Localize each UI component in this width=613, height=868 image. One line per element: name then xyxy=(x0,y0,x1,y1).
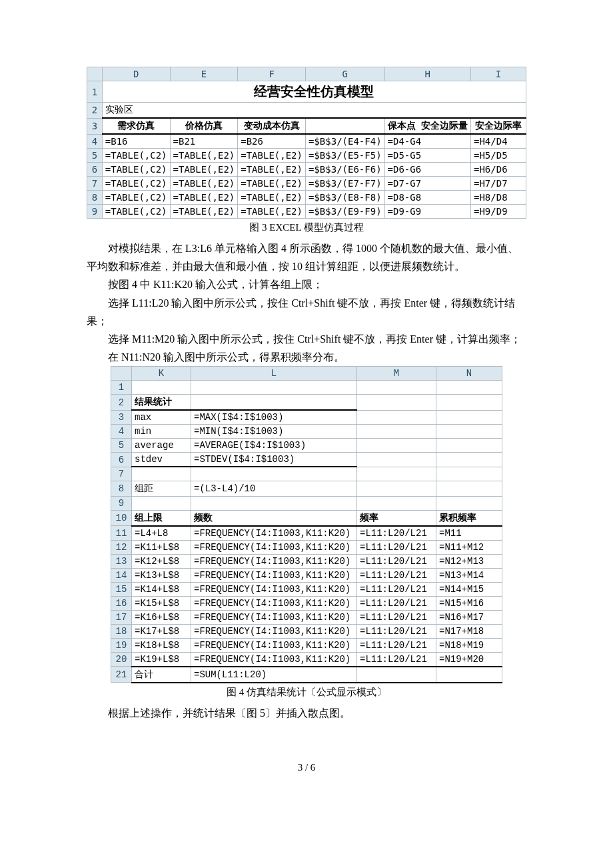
para-after: 根据上述操作，并统计结果〔图 5〕并插入散点图。 xyxy=(87,704,526,722)
cell xyxy=(436,667,502,683)
cell: =$B$3/(E8-F8) xyxy=(305,191,384,205)
fig3-section: 实验区 xyxy=(102,103,526,119)
cell: =N17+M18 xyxy=(436,624,502,638)
cell: =TABLE(,E2) xyxy=(238,163,306,177)
cell: =$B$3/(E9-F9) xyxy=(305,205,384,219)
cell xyxy=(191,381,357,395)
cell: =L11:L20/L21 xyxy=(357,554,436,568)
cell xyxy=(436,410,502,425)
cell xyxy=(357,439,436,453)
cell: =FREQUENCY(I4:I1003,K11:K20) xyxy=(191,526,357,541)
col-H: H xyxy=(384,67,470,81)
cell: =TABLE(,E2) xyxy=(170,177,238,191)
page: D E F G H I 1 经营安全性仿真模型 2 实验区 3 需求仿真 价格仿… xyxy=(0,0,613,813)
col-F: F xyxy=(238,67,306,81)
cell: =TABLE(,E2) xyxy=(238,149,306,163)
cell xyxy=(132,381,191,395)
cell: =N18+M19 xyxy=(436,638,502,652)
cell: stdev xyxy=(132,453,191,467)
cell: =STDEV(I$4:I$1003) xyxy=(191,453,357,467)
cell: =N14+M15 xyxy=(436,582,502,596)
cell xyxy=(357,381,436,395)
row-11: 11 xyxy=(111,526,132,541)
cell xyxy=(436,453,502,467)
cell: =K16+L$8 xyxy=(132,610,191,624)
cell: =L11:L20/L21 xyxy=(357,568,436,582)
row-5: 5 xyxy=(111,439,132,453)
corner-cell-2 xyxy=(111,367,132,381)
cell: =K18+L$8 xyxy=(132,638,191,652)
cell xyxy=(132,467,191,481)
row-19: 19 xyxy=(111,638,132,652)
col-M: M xyxy=(357,367,436,381)
cell: =FREQUENCY(I4:I1003,K11:K20) xyxy=(191,582,357,596)
fig3-title: 经营安全性仿真模型 xyxy=(102,81,526,103)
row-5: 5 xyxy=(87,149,103,163)
col-K: K xyxy=(132,367,191,381)
cell xyxy=(191,496,357,510)
cell: =L11:L20/L21 xyxy=(357,610,436,624)
cell: =L11:L20/L21 xyxy=(357,582,436,596)
cell: =TABLE(,E2) xyxy=(238,191,306,205)
row-15: 15 xyxy=(111,582,132,596)
cell: =K11+L$8 xyxy=(132,540,191,554)
cell: =H9/D9 xyxy=(471,205,526,219)
col-L: L xyxy=(191,367,357,381)
cell xyxy=(436,496,502,510)
cell xyxy=(357,481,436,496)
col-D: D xyxy=(102,67,170,81)
cell: =AVERAGE(I$4:I$1003) xyxy=(191,439,357,453)
cell: =FREQUENCY(I4:I1003,K11:K20) xyxy=(191,596,357,610)
row-7: 7 xyxy=(87,177,103,191)
cell xyxy=(436,395,502,411)
row-4: 4 xyxy=(111,425,132,439)
cell: 组距 xyxy=(132,481,191,496)
fig4-table: K L M N 12结果统计3max=MAX(I$4:I$1003)4min=M… xyxy=(111,366,502,683)
hdr-E: 价格仿真 xyxy=(170,118,238,134)
cell: average xyxy=(132,439,191,453)
cell: =H5/D5 xyxy=(471,149,526,163)
cell: =TABLE(,C2) xyxy=(102,163,170,177)
cell: =FREQUENCY(I4:I1003,K11:K20) xyxy=(191,652,357,667)
cell: =TABLE(,C2) xyxy=(102,177,170,191)
cell: =K13+L$8 xyxy=(132,568,191,582)
row-7: 7 xyxy=(111,467,132,481)
cell: =B21 xyxy=(170,134,238,149)
cell: =FREQUENCY(I4:I1003,K11:K20) xyxy=(191,624,357,638)
cell: =H4/D4 xyxy=(471,134,526,149)
para-3: 选择 L11:L20 输入图中所示公式，按住 Ctrl+Shift 键不放，再按… xyxy=(87,294,526,330)
cell: =TABLE(,C2) xyxy=(102,149,170,163)
cell: =L11:L20/L21 xyxy=(357,526,436,541)
cell: =N12+M13 xyxy=(436,554,502,568)
cell: =K15+L$8 xyxy=(132,596,191,610)
cell: =$B$3/(E7-F7) xyxy=(305,177,384,191)
row-20: 20 xyxy=(111,652,132,667)
hdr-H: 保本点 安全边际量 xyxy=(384,118,470,134)
hdr-G xyxy=(305,118,384,134)
row-8: 8 xyxy=(111,481,132,496)
cell: =K17+L$8 xyxy=(132,624,191,638)
cell: =H8/D8 xyxy=(471,191,526,205)
cell: =MIN(I$4:I$1003) xyxy=(191,425,357,439)
cell: =N11+M12 xyxy=(436,540,502,554)
row-1: 1 xyxy=(111,381,132,395)
cell: =FREQUENCY(I4:I1003,K11:K20) xyxy=(191,540,357,554)
cell: =H7/D7 xyxy=(471,177,526,191)
cell: =D9-G9 xyxy=(384,205,470,219)
cell: =SUM(L11:L20) xyxy=(191,667,357,683)
col-E: E xyxy=(170,67,238,81)
cell: =$B$3/(E4-F4) xyxy=(305,134,384,149)
hdr-L: 频数 xyxy=(191,510,357,526)
cell: =L11:L20/L21 xyxy=(357,596,436,610)
row-14: 14 xyxy=(111,568,132,582)
cell: =L11:L20/L21 xyxy=(357,652,436,667)
cell: =TABLE(,E2) xyxy=(170,163,238,177)
cell: =N15+M16 xyxy=(436,596,502,610)
cell: =TABLE(,E2) xyxy=(238,205,306,219)
cell xyxy=(357,467,436,481)
cell: =(L3-L4)/10 xyxy=(191,481,357,496)
fig4-caption: 图 4 仿真结果统计〔公式显示模式〕 xyxy=(87,686,526,699)
row-18: 18 xyxy=(111,624,132,638)
corner-cell xyxy=(87,67,103,81)
cell: =D8-G8 xyxy=(384,191,470,205)
